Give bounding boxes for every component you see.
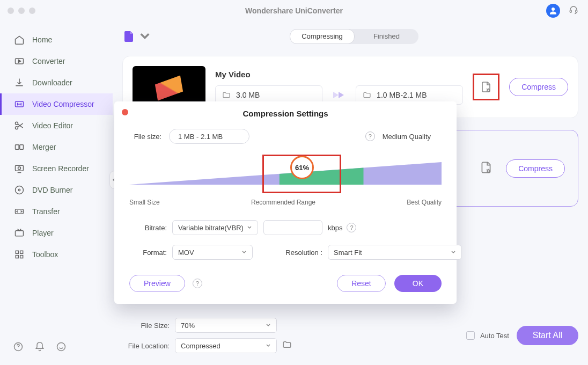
support-button[interactable] [569, 5, 578, 17]
modal-title: Compression Settings [129, 109, 442, 118]
info-button[interactable] [56, 341, 67, 354]
svg-rect-18 [20, 256, 23, 258]
transfer-icon [14, 206, 25, 217]
record-icon [14, 163, 25, 174]
bitrate-label: Bitrate: [129, 224, 167, 232]
file-gear-icon [480, 81, 493, 93]
notifications-button[interactable] [34, 341, 45, 354]
sidebar-bottom [13, 341, 67, 354]
chevron-down-icon [266, 323, 271, 328]
download-icon [14, 77, 25, 88]
svg-point-10 [18, 167, 21, 170]
slider-percent: 61% [295, 164, 309, 172]
folder-icon [222, 91, 231, 99]
help-tooltip[interactable]: ? [365, 132, 375, 141]
auto-test-checkbox[interactable]: Auto Test [466, 331, 509, 340]
sidebar-label: Transfer [32, 207, 60, 216]
file-size-display[interactable]: 1 MB - 2.1 MB [169, 129, 249, 144]
sidebar-item-downloader[interactable]: Downloader [0, 72, 113, 93]
grid-icon [14, 249, 25, 260]
tv-icon [14, 228, 25, 238]
bitrate-mode-value: Variable bitrate(VBR) [178, 224, 244, 232]
app-title: Wondershare UniConverter [0, 6, 588, 15]
svg-rect-2 [576, 10, 577, 13]
folder-icon [282, 340, 292, 349]
file-size-label: File size: [129, 133, 161, 141]
preview-help[interactable]: ? [193, 279, 202, 288]
sidebar-item-video-editor[interactable]: Video Editor [0, 115, 113, 136]
slider-handle[interactable]: 61% [290, 156, 314, 179]
source-size: 3.0 MB [236, 91, 260, 99]
bell-icon [34, 341, 45, 352]
format-value: MOV [178, 249, 194, 257]
sidebar-label: Downloader [32, 78, 72, 87]
format-select[interactable]: MOV [172, 245, 253, 260]
ok-button[interactable]: OK [394, 275, 442, 292]
sidebar-item-converter[interactable]: Converter [0, 50, 113, 72]
compression-settings-modal: Compression Settings File size: 1 MB - 2… [114, 101, 457, 304]
sidebar-item-dvd-burner[interactable]: DVD Burner [0, 179, 113, 201]
file-settings-placeholder-icon [479, 160, 493, 177]
sidebar-item-transfer[interactable]: Transfer [0, 201, 113, 222]
svg-rect-15 [16, 251, 18, 253]
slider-label-best: Best Quality [407, 199, 442, 206]
compress-icon [14, 99, 25, 110]
reset-button[interactable]: Reset [337, 275, 386, 292]
home-icon [14, 34, 25, 45]
tab-finished[interactable]: Finished [355, 30, 418, 43]
svg-point-11 [16, 186, 24, 194]
tab-compressing[interactable]: Compressing [290, 29, 355, 44]
output-size: 1.0 MB-2.1 MB [377, 91, 427, 99]
preview-button[interactable]: Preview [129, 275, 185, 292]
sidebar-item-merger[interactable]: Merger [0, 136, 113, 158]
compression-settings-button[interactable] [473, 74, 499, 100]
file-size-label: File Size: [122, 322, 170, 330]
add-file-button[interactable] [122, 30, 151, 43]
sidebar-item-video-compressor[interactable]: Video Compressor [0, 93, 113, 115]
sidebar-label: Video Compressor [32, 100, 94, 108]
quality-slider[interactable]: 61% Small Size Recommended Range Best Qu… [129, 155, 442, 206]
quality-label: Medium Quality [383, 133, 431, 141]
svg-rect-9 [16, 165, 24, 171]
sidebar-item-player[interactable]: Player [0, 222, 113, 244]
file-size-value: 70% [181, 322, 195, 330]
sidebar-item-screen-recorder[interactable]: Screen Recorder [0, 158, 113, 179]
file-location-select[interactable]: Compressed [175, 338, 277, 353]
sidebar-label: Player [32, 229, 54, 237]
modal-close-button[interactable] [122, 109, 128, 115]
open-folder-button[interactable] [282, 340, 292, 352]
checkbox-box [466, 331, 475, 340]
kbps-help[interactable]: ? [347, 223, 356, 232]
sidebar: Home Converter Downloader Video Compress… [0, 21, 113, 365]
sidebar-item-home[interactable]: Home [0, 29, 113, 50]
arrow-right-icon [332, 90, 346, 100]
file-size-text: 1 MB - 2.1 MB [178, 133, 223, 141]
converter-icon [14, 56, 25, 67]
file-location-value: Compressed [181, 342, 220, 350]
chevron-down-icon [138, 30, 151, 43]
format-label: Format: [129, 249, 167, 257]
start-all-button[interactable]: Start All [517, 326, 578, 345]
sidebar-label: Home [32, 35, 52, 44]
account-avatar[interactable] [546, 4, 560, 18]
help-circle-icon [13, 341, 24, 352]
sidebar-item-toolbox[interactable]: Toolbox [0, 244, 113, 265]
folder-icon [363, 91, 371, 99]
bitrate-kbps-input[interactable] [263, 220, 322, 235]
svg-point-12 [18, 189, 20, 191]
bitrate-mode-select[interactable]: Variable bitrate(VBR) [172, 220, 258, 235]
svg-point-21 [487, 89, 489, 91]
help-button[interactable] [13, 341, 24, 354]
svg-rect-8 [20, 145, 24, 149]
svg-point-0 [552, 8, 555, 11]
svg-rect-7 [16, 145, 19, 149]
file-size-select[interactable]: 70% [175, 318, 277, 333]
chevron-down-icon [247, 225, 252, 230]
resolution-select[interactable]: Smart Fit [328, 245, 462, 260]
sidebar-label: Screen Recorder [32, 164, 89, 173]
kbps-unit: kbps [328, 224, 342, 232]
compress-button[interactable]: Compress [509, 78, 568, 96]
compress-button-secondary[interactable]: Compress [506, 159, 565, 178]
resolution-label: Resolution : [263, 249, 322, 257]
slider-labels: Small Size Recommended Range Best Qualit… [129, 199, 442, 206]
